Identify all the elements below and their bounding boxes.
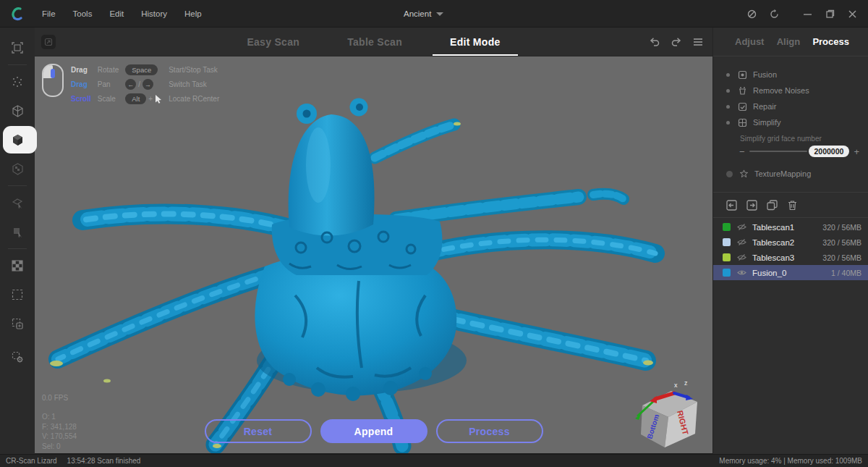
scan-model-octopus[interactable] [35,56,712,453]
region-select-icon[interactable] [0,280,35,309]
mode-tab-bar: Easy Scan Table Scan Edit Mode [35,28,712,56]
project-name: Ancient [404,9,431,18]
visibility-on-icon[interactable] [737,269,746,277]
scan-3d-viewport[interactable]: Drag Rotate Space Start/Stop Task Drag P… [35,56,712,453]
menu-more-icon[interactable] [691,35,705,49]
texture-mapping-toggle[interactable] [726,171,733,177]
fps-readout: 0.0 FPS [42,394,68,402]
export-scan-icon[interactable] [746,199,758,211]
scan-settings-icon[interactable] [0,342,35,371]
tab-edit-mode[interactable]: Edit Mode [446,30,505,54]
alt-key-badge: Alt [125,93,146,104]
minimize-button[interactable] [799,5,816,22]
orientation-cube[interactable]: Bottom RIGHT x z [629,369,702,449]
menu-bar: File Tools Edit History Help [35,6,209,22]
hint-action-pan: Pan [98,80,119,88]
visibility-off-icon[interactable] [737,238,746,246]
maximize-button[interactable] [821,5,838,22]
menu-help[interactable]: Help [177,6,209,22]
option-repair[interactable]: Repair [713,98,868,114]
menu-edit[interactable]: Edit [102,6,131,22]
visibility-off-icon[interactable] [737,223,746,231]
hint-action-rotate: Rotate [98,66,119,74]
repair-icon [738,102,747,112]
app-logo-icon [10,7,25,21]
scan-size: 320 / 56MB [822,253,861,262]
wireframe-cube-icon[interactable] [0,96,35,125]
frame-select-icon[interactable] [0,33,35,62]
slider-value[interactable]: 2000000 [809,146,850,157]
append-button[interactable]: Append [320,419,427,443]
option-texture-mapping[interactable]: TextureMapping [713,166,868,182]
feedback-icon[interactable] [743,5,760,22]
textured-cube-icon[interactable] [0,154,35,183]
slider-plus-button[interactable]: + [854,147,859,156]
remove-noises-radio[interactable] [726,89,730,93]
title-bar: File Tools Edit History Help Ancient [0,0,868,28]
arrow-right-key-badge: → [142,79,153,90]
process-button[interactable]: Process [436,419,543,443]
close-button[interactable] [843,5,861,22]
viewport-action-buttons: Reset Append Process [35,419,712,443]
scan-color-swatch[interactable] [723,269,731,277]
scan-row-fusion0[interactable]: Fusion_0 1 / 40MB [713,265,868,280]
menu-file[interactable]: File [35,6,63,22]
tab-table-scan[interactable]: Table Scan [343,30,407,54]
menu-tools[interactable]: Tools [66,6,100,22]
scan-color-swatch[interactable] [723,238,731,246]
scan-size: 1 / 40MB [831,269,861,277]
memory-usage: Memory usage: 4% | Memory used: 1009MB [719,457,862,465]
left-toolbar [0,28,35,454]
viewport-hints: Drag Rotate Space Start/Stop Task Drag P… [42,62,219,104]
scan-row-tablescan2[interactable]: Tablescan2 320 / 56MB [713,235,868,250]
scan-color-swatch[interactable] [723,223,731,231]
fusion-radio[interactable] [726,73,730,77]
scan-size: 320 / 56MB [822,238,861,247]
scan-row-tablescan3[interactable]: Tablescan3 320 / 56MB [713,250,868,265]
select-through-icon[interactable] [0,217,35,246]
tab-easy-scan[interactable]: Easy Scan [242,30,304,54]
duplicate-scan-icon[interactable] [766,199,778,211]
option-remove-noises[interactable]: Remove Noises [713,83,868,98]
fusion-label: Fusion [753,70,777,79]
reset-button[interactable]: Reset [205,419,312,443]
texture-mapping-label: TextureMapping [754,169,811,178]
repair-label: Repair [753,102,776,111]
fusion-icon [738,70,747,80]
tab-align[interactable]: Align [777,36,801,47]
scan-row-tablescan1[interactable]: Tablescan1 320 / 56MB [713,219,868,235]
import-scan-icon[interactable] [726,199,738,211]
option-simplify[interactable]: Simplify [713,114,868,130]
option-fusion[interactable]: Fusion [713,67,868,83]
select-faces-icon[interactable] [0,188,35,217]
checkerboard-icon[interactable] [0,251,35,280]
app-window: File Tools Edit History Help Ancient [0,0,868,467]
tab-process[interactable]: Process [812,36,849,47]
undo-icon[interactable] [647,35,662,49]
add-region-icon[interactable] [0,309,35,338]
space-key-badge: Space [125,64,158,75]
chevron-down-icon [436,12,443,16]
scan-list-toolbar [713,193,868,218]
repair-radio[interactable] [726,105,730,109]
scan-color-swatch[interactable] [723,253,731,261]
tab-adjust[interactable]: Adjust [735,36,764,47]
point-cloud-icon[interactable] [0,67,35,96]
simplify-slider: − 2000000 + [739,146,859,157]
slider-minus-button[interactable]: − [739,147,745,156]
redo-icon[interactable] [669,35,684,49]
delete-scan-icon[interactable] [786,199,799,211]
hint-key-drag-rotate: Drag [71,66,91,74]
simplify-radio[interactable] [726,121,730,125]
visibility-off-icon[interactable] [737,253,746,261]
menu-history[interactable]: History [134,6,174,22]
project-selector[interactable]: Ancient [404,0,443,28]
scan-name: Fusion_0 [752,269,786,277]
slider-track[interactable] [749,151,807,152]
hint-action-startstop: Start/Stop Task [169,66,219,74]
scan-name: Tablescan2 [752,238,794,247]
hint-key-drag-pan: Drag [71,80,91,88]
solid-cube-icon[interactable] [0,125,35,154]
sync-icon[interactable] [765,5,783,22]
remove-noises-label: Remove Noises [753,86,809,95]
